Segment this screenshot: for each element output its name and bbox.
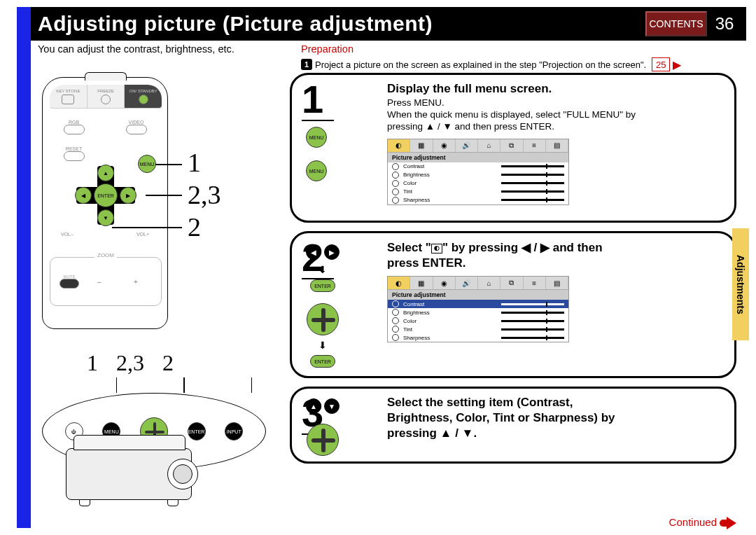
step2-title: Select "◐" by pressing ◀ / ▶ and then (387, 240, 722, 255)
step1-title: Display the full menu screen. (387, 82, 722, 96)
remote-zoom-row: ZOOM MUTE – + (50, 257, 162, 306)
step1-menu-screenshot: ◐▦◉🔊⌂⧉≡▤ Picture adjustment Contrast Bri… (387, 139, 569, 205)
step2-menu-screenshot: ◐▦◉🔊⌂⧉≡▤ Picture adjustment Contrast Bri… (387, 276, 569, 342)
panel-input-button[interactable]: INPUT (225, 422, 243, 440)
right-arrow-icon: ▶ (324, 244, 340, 260)
left-arrow-icon: ◀ (306, 244, 321, 260)
remote-menu-button[interactable]: MENU (138, 155, 156, 173)
menu-item-color: Color (403, 318, 416, 324)
title-bar: Adjusting picture (Picture adjustment) C… (31, 7, 746, 41)
dpad-down-button[interactable]: ▼ (97, 209, 114, 226)
joypad-icon (307, 303, 339, 335)
step3-title-line2: Brightness, Color, Tint or Sharpness) by (387, 411, 722, 425)
prep-bullet-num: 1 (301, 59, 312, 70)
video-button[interactable] (126, 125, 147, 134)
preparation-line: 1 Project a picture on the screen as exp… (301, 57, 681, 71)
rgb-button[interactable] (64, 125, 85, 134)
picture-adjust-icon: ◐ (388, 139, 410, 152)
remote-body: KEY STONE FREEZE ON/ STANDBY RGB VIDEO R… (42, 77, 168, 329)
standby-label: ON/ STANDBY (130, 89, 158, 93)
dpad-right-button[interactable]: ▶ (120, 187, 136, 204)
step2-title-line2: press ENTER. (387, 256, 722, 270)
menu-item-contrast: Contrast (403, 163, 424, 169)
menu-button-icon: MENU (306, 127, 327, 148)
reset-button[interactable] (64, 151, 85, 161)
page-number: 36 (710, 7, 739, 41)
down-arrow-icon: ⬇ (318, 264, 327, 275)
menu-item-tint: Tint (403, 326, 412, 333)
panel-annot-2: 2 (162, 350, 174, 376)
panel-enter-button[interactable]: ENTER (188, 422, 206, 440)
mute-label: MUTE (59, 275, 79, 279)
step1-menu-header: Picture adjustment (388, 153, 568, 162)
step-2: 2 ◀▶ ⬇ ENTER ⬇ ENTER Select "◐" by press… (290, 231, 736, 378)
page-ref-arrow-icon: ▶ (673, 58, 681, 71)
keystone-label: KEY STONE (56, 89, 80, 93)
freeze-button[interactable] (101, 95, 111, 104)
menu-item-brightness: Brightness (403, 172, 430, 178)
video-label: VIDEO (126, 120, 147, 125)
step-3: 3 ▲▼ Select the setting item (Contrast, … (290, 387, 736, 464)
mute-button[interactable] (59, 279, 79, 289)
enter-button-icon: ENTER (310, 279, 335, 292)
zoom-label: ZOOM (94, 252, 117, 258)
projector-illustration (56, 448, 203, 525)
up-arrow-icon: ▲ (306, 398, 321, 414)
menu-item-tint: Tint (403, 188, 412, 195)
steps-column: 1 MENU MENU Display the full menu screen… (290, 73, 736, 472)
step1-line2a: When the quick menu is displayed, select… (387, 109, 636, 120)
prep-text: Project a picture on the screen as expla… (315, 60, 646, 70)
vol-minus-label: VOL– (61, 232, 74, 237)
zoom-minus-button[interactable]: – (97, 278, 115, 286)
remote-dpad: ▲ ▼ ◀ ▶ ENTER (76, 166, 135, 225)
step3-title-line1: Select the setting item (Contrast, (387, 396, 722, 410)
keystone-button[interactable] (62, 95, 74, 104)
down-arrow-icon: ▼ (324, 398, 340, 414)
remote-annot-1: 1 (188, 147, 201, 178)
remote-annot-23: 2,3 (188, 179, 221, 210)
page-ref-box[interactable]: 25 (652, 57, 670, 71)
menu-item-color: Color (403, 180, 416, 186)
step-num-1: 1 (302, 76, 323, 122)
remote-annot-2: 2 (188, 211, 201, 242)
zoom-plus-button[interactable]: + (134, 278, 152, 286)
enter-button-icon: ENTER (310, 355, 335, 368)
section-tab-adjustments[interactable]: Adjustments (732, 228, 749, 340)
step3-title-line3: pressing ▲ / ▼. (387, 426, 722, 440)
dpad-left-button[interactable]: ◀ (75, 187, 92, 204)
menu-button-icon: MENU (306, 160, 327, 181)
step2-menu-header: Picture adjustment (388, 290, 568, 300)
panel-annot-1: 1 (87, 350, 98, 376)
continued-label: Continued (669, 516, 717, 528)
panel-annot-23: 2,3 (116, 350, 144, 376)
menu-item-brightness: Brightness (403, 310, 430, 316)
down-arrow-icon: ⬇ (318, 340, 327, 351)
step1-line1: Press MENU. (387, 97, 722, 109)
page-title: Adjusting picture (Picture adjustment) (31, 12, 433, 36)
reset-label: RESET (64, 146, 85, 151)
vol-plus-label: VOL+ (136, 232, 149, 237)
standby-button[interactable] (139, 95, 148, 104)
menu-item-sharpness: Sharpness (403, 335, 430, 341)
step-1: 1 MENU MENU Display the full menu screen… (290, 73, 736, 223)
menu-item-contrast: Contrast (403, 301, 424, 307)
picture-adjust-icon: ◐ (431, 244, 442, 253)
preparation-heading: Preparation (301, 43, 354, 55)
step1-line2b: pressing ▲ / ▼ and then press ENTER. (387, 121, 554, 132)
continued-arrow-icon[interactable] (727, 517, 736, 529)
joypad-icon (307, 424, 339, 456)
freeze-label: FREEZE (97, 89, 114, 93)
left-blue-bar (17, 7, 31, 528)
intro-text: You can adjust the contrast, brightness,… (38, 43, 234, 55)
menu-item-sharpness: Sharpness (403, 197, 430, 203)
rgb-label: RGB (64, 120, 85, 125)
picture-adjust-icon: ◐ (388, 277, 410, 289)
contents-button[interactable]: CONTENTS (645, 11, 707, 36)
remote-enter-button[interactable]: ENTER (94, 183, 118, 207)
dpad-up-button[interactable]: ▲ (97, 165, 114, 181)
